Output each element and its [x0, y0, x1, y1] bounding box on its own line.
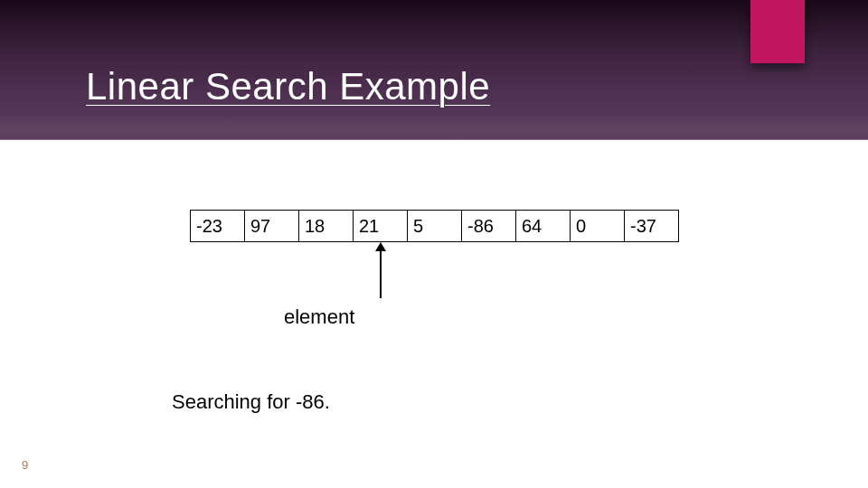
slide-title: Linear Search Example — [86, 65, 490, 108]
array-cell: -23 — [191, 211, 245, 241]
array-cell: -37 — [625, 211, 679, 241]
array-cell: 97 — [245, 211, 299, 241]
array-cell: -86 — [462, 211, 516, 241]
array-cell: 64 — [516, 211, 571, 241]
search-caption: Searching for -86. — [172, 390, 330, 414]
array-cell: 21 — [354, 211, 408, 241]
pointer-label: element — [284, 305, 354, 329]
slide-header: Linear Search Example — [0, 0, 868, 140]
array-container: -23 97 18 21 5 -86 64 0 -37 — [190, 210, 679, 242]
page-number: 9 — [22, 458, 28, 472]
array-cell: 5 — [408, 211, 462, 241]
array-cell: 18 — [299, 211, 354, 241]
array-cell: 0 — [571, 211, 625, 241]
arrow-line — [380, 249, 382, 298]
pointer-arrow — [380, 242, 382, 298]
accent-block — [750, 0, 805, 63]
